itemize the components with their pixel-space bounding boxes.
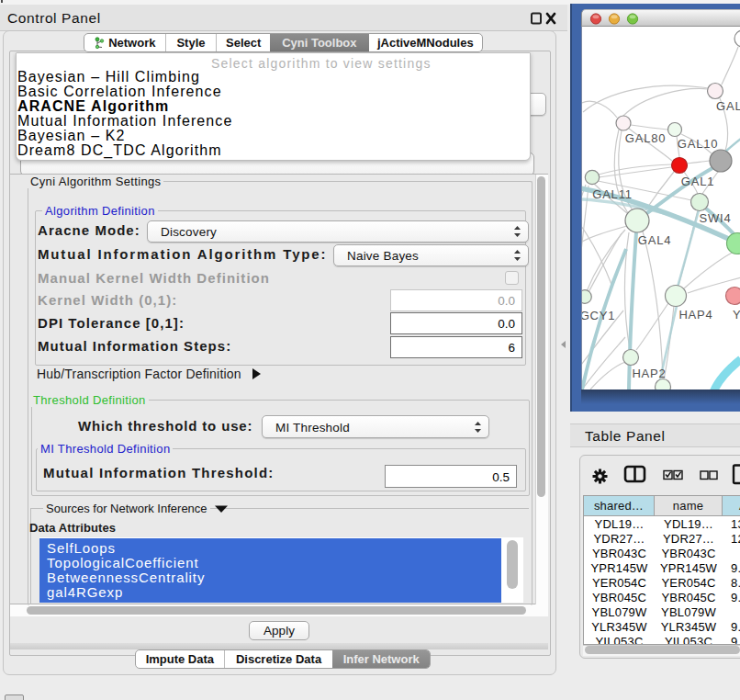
svg-text:GAL80: GAL80 [625,131,666,145]
svg-text:GCY1: GCY1 [581,309,615,322]
svg-text:HAP2: HAP2 [632,367,666,380]
svg-text:GAL7: GAL7 [716,99,740,113]
svg-text:GAL10: GAL10 [678,137,718,151]
svg-text:YEL: YEL [733,308,740,322]
svg-text:GAL4: GAL4 [638,233,671,247]
svg-text:GAL11: GAL11 [592,187,633,201]
svg-text:GAL1: GAL1 [681,175,714,188]
svg-text:HAP4: HAP4 [678,308,712,322]
svg-text:SWI4: SWI4 [700,211,732,225]
